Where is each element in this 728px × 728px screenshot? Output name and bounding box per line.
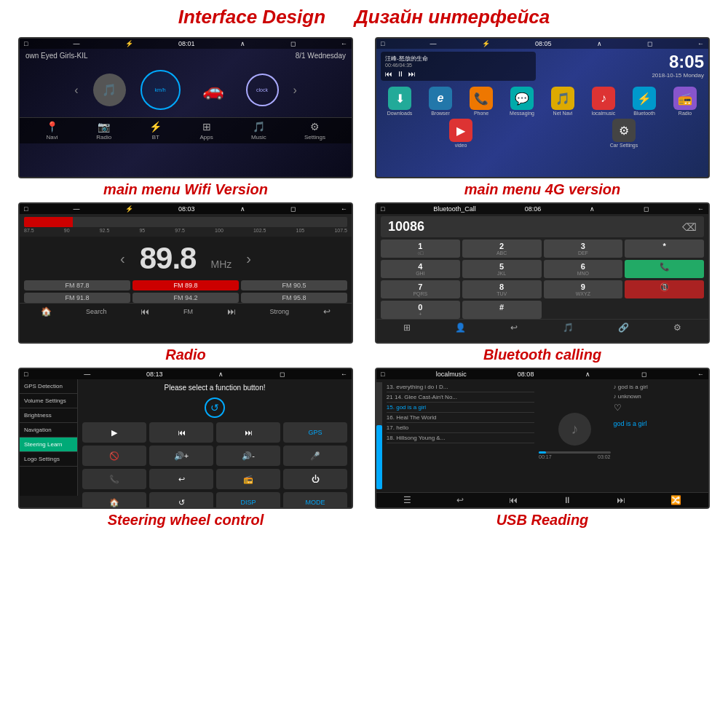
s5-home-btn[interactable]: 🏠 <box>82 492 146 507</box>
s6-volume-slider[interactable] <box>376 382 382 489</box>
s4-gear-icon[interactable]: ⚙ <box>673 323 681 333</box>
s4-key-3[interactable]: 3DEF <box>544 240 623 258</box>
s2-icon-messaging[interactable]: 💬 Messaging <box>504 87 540 116</box>
s5-steering-item[interactable]: Steering Learn <box>20 438 77 452</box>
s5-play-btn[interactable]: ▶ <box>82 422 146 443</box>
s4-key-6[interactable]: 6MNO <box>544 260 623 278</box>
s5-refresh-icon[interactable]: ↺ <box>205 397 225 418</box>
s6-track-13[interactable]: 13. everything i do I D... <box>387 382 534 392</box>
s5-vol-up-btn[interactable]: 🔊+ <box>149 446 213 466</box>
s1-next-btn[interactable]: › <box>293 84 297 97</box>
s2-icon-downloads[interactable]: ⬇ Downloads <box>381 87 418 116</box>
s4-key-5[interactable]: 5JKL <box>462 260 542 278</box>
s3-home-btn[interactable]: 🏠 <box>41 306 52 317</box>
s3-preset-6[interactable]: FM 95.8 <box>241 293 347 303</box>
s6-playlist-icon[interactable]: ☰ <box>403 495 411 505</box>
s5-undo-btn[interactable]: ↺ <box>149 492 213 507</box>
s2-icon-bt[interactable]: ⚡ Bluetooth <box>626 87 662 116</box>
s5-radio-btn[interactable]: 📻 <box>216 469 280 489</box>
s1-prev-btn[interactable]: ‹ <box>74 84 78 97</box>
s6-progress-bar[interactable]: 00:17 03:02 <box>539 451 611 459</box>
screen1-wifi-display: □ — ⚡ 08:01 ∧ ◻ ← own Eyed Girls-KIL 8/1… <box>20 39 352 177</box>
s2-icon-localmusic[interactable]: ♪ localmusic <box>585 87 622 116</box>
s3-back-btn[interactable]: ↩ <box>323 306 331 317</box>
s3-prev-btn[interactable]: ‹ <box>120 250 125 267</box>
s3-preset-4[interactable]: FM 91.8 <box>24 293 130 303</box>
s6-back-btn[interactable]: ↩ <box>456 495 464 505</box>
s5-prev-btn[interactable]: ⏮ <box>149 422 213 443</box>
s4-key-7[interactable]: 7PQRS <box>381 280 460 298</box>
s3-search-btn[interactable]: Search <box>86 308 107 315</box>
s5-next-btn[interactable]: ⏭ <box>216 422 280 443</box>
s4-call-btn[interactable]: 📞 <box>625 260 704 278</box>
s1-nav-settings[interactable]: ⚙ Settings <box>304 121 325 141</box>
s3-next-btn[interactable]: › <box>246 250 251 267</box>
s2-clock-box: 8:05 2018-10-15 Monday <box>549 52 704 81</box>
s3-preset-5[interactable]: FM 94.2 <box>132 293 239 303</box>
s5-mode-btn[interactable]: MODE <box>283 492 347 507</box>
s1-nav-radio[interactable]: 📷 Radio <box>96 121 111 141</box>
s2-play-btn[interactable]: ⏸ <box>397 70 404 78</box>
s4-grid-icon[interactable]: ⊞ <box>403 323 411 333</box>
s1-time: 08:01 <box>178 40 195 47</box>
s5-mute-btn[interactable]: 🚫 <box>82 446 146 466</box>
s5-call-btn[interactable]: 📞 <box>82 469 146 489</box>
s4-key-1[interactable]: 1○□ <box>381 240 460 258</box>
s5-disp-btn[interactable]: DISP <box>216 492 280 507</box>
s4-music-icon[interactable]: 🎵 <box>563 323 574 333</box>
s2-icon-carsettings[interactable]: ⚙ Car Settings <box>606 119 642 148</box>
s6-track-16[interactable]: 16. Heal The World <box>387 413 534 423</box>
s4-key-9[interactable]: 9WXYZ <box>544 280 623 298</box>
s3-preset-1[interactable]: FM 87.8 <box>24 280 130 290</box>
s3-preset-2[interactable]: FM 89.8 <box>132 280 239 290</box>
cell-wifi: □ — ⚡ 08:01 ∧ ◻ ← own Eyed Girls-KIL 8/1… <box>7 34 364 199</box>
s4-link-icon[interactable]: 🔗 <box>618 323 629 333</box>
s2-icon-netnavi[interactable]: 🎵 Net Navi <box>545 87 581 116</box>
s5-mic-btn[interactable]: 🎤 <box>283 446 347 466</box>
s6-right-heart[interactable]: ♡ <box>614 401 705 414</box>
s2-icon-phone[interactable]: 📞 Phone <box>463 87 499 116</box>
s4-history-icon[interactable]: ↩ <box>510 323 518 333</box>
s3-prev-track-btn[interactable]: ⏮ <box>141 306 149 317</box>
s6-shuffle-icon[interactable]: 🔀 <box>670 495 681 505</box>
s3-next-track-btn[interactable]: ⏭ <box>227 306 236 317</box>
s1-nav-music[interactable]: 🎵 Music <box>251 121 266 141</box>
s1-nav-apps[interactable]: ⊞ Apps <box>200 121 213 141</box>
s5-gps-item[interactable]: GPS Detection <box>20 379 77 394</box>
s4-key-8[interactable]: 8TUV <box>462 280 542 298</box>
s5-back-btn[interactable]: ↩ <box>149 469 213 489</box>
s6-next-btn[interactable]: ⏭ <box>617 495 625 505</box>
s4-key-0[interactable]: 0+ <box>381 301 460 319</box>
s6-track-15[interactable]: 15. god is a girl <box>387 403 534 413</box>
s5-gps-btn[interactable]: GPS <box>283 422 347 443</box>
s4-end-call-btn[interactable]: 📵 <box>625 280 704 298</box>
s5-brightness-item[interactable]: Brightness <box>20 408 77 423</box>
s3-preset-3[interactable]: FM 90.5 <box>241 280 347 290</box>
s6-window-icon: ◻ <box>641 371 646 378</box>
s2-icon-video[interactable]: ▶ video <box>443 119 479 148</box>
s4-key-4[interactable]: 4GHI <box>381 260 460 278</box>
s6-prev-btn[interactable]: ⏮ <box>509 495 518 505</box>
s1-album-art: 🎵 <box>93 74 126 106</box>
s4-key-hash[interactable]: # <box>462 301 542 319</box>
s5-logo-item[interactable]: Logo Settings <box>20 452 77 467</box>
s4-key-2[interactable]: 2ABC <box>462 240 542 258</box>
s3-strong-btn[interactable]: Strong <box>269 308 289 315</box>
s6-track-17[interactable]: 17. hello <box>387 423 534 433</box>
s5-navigation-item[interactable]: Navigation <box>20 423 77 438</box>
s5-power-btn[interactable]: ⏻ <box>283 469 347 489</box>
s1-nav-bt[interactable]: ⚡ BT <box>149 121 162 141</box>
s6-play-pause-btn[interactable]: ⏸ <box>563 495 571 505</box>
s1-nav-navi[interactable]: 📍 Navi <box>46 121 58 141</box>
s4-backspace-btn[interactable]: ⌫ <box>682 221 697 233</box>
s6-track-18[interactable]: 18. Hillsong Young &... <box>387 433 534 443</box>
s2-next-btn[interactable]: ⏭ <box>408 70 416 78</box>
s5-vol-dn-btn[interactable]: 🔊- <box>216 446 280 466</box>
s6-track-14[interactable]: 21 14. Glee Cast-Ain't No... <box>387 392 534 403</box>
s2-icon-browser[interactable]: e Browser <box>422 87 459 116</box>
s4-contact-icon[interactable]: 👤 <box>455 323 466 333</box>
s2-icon-radio[interactable]: 📻 Radio <box>667 87 703 116</box>
s5-volume-item[interactable]: Volume Settings <box>20 394 77 408</box>
s4-key-star[interactable]: * <box>625 240 704 258</box>
s2-prev-btn[interactable]: ⏮ <box>385 70 392 78</box>
